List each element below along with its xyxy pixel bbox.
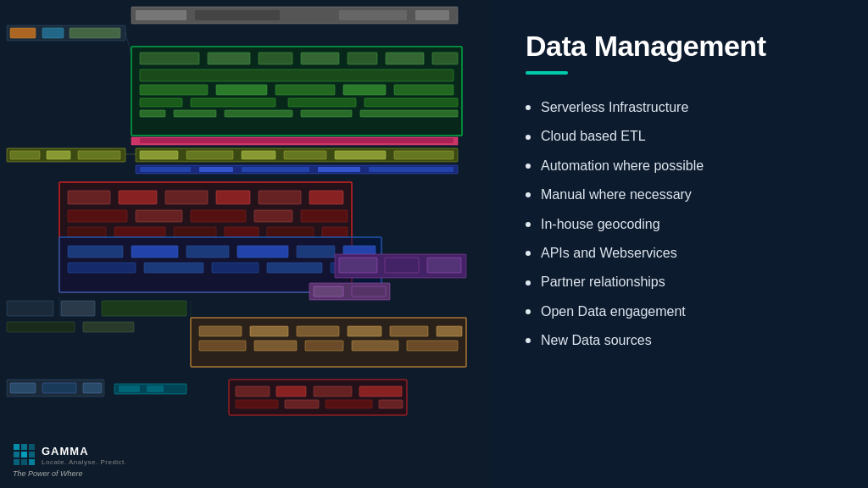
svg-rect-57 bbox=[309, 191, 343, 204]
svg-rect-56 bbox=[259, 191, 301, 204]
bullet-dot-icon bbox=[526, 105, 531, 110]
svg-rect-52 bbox=[68, 191, 110, 204]
svg-rect-55 bbox=[216, 191, 250, 204]
svg-rect-21 bbox=[343, 85, 386, 95]
svg-rect-14 bbox=[348, 53, 377, 64]
svg-rect-83 bbox=[385, 258, 419, 273]
svg-rect-134 bbox=[29, 459, 35, 465]
svg-rect-95 bbox=[250, 326, 288, 336]
svg-rect-120 bbox=[326, 400, 372, 408]
svg-rect-20 bbox=[275, 85, 335, 95]
svg-rect-86 bbox=[314, 286, 343, 297]
svg-rect-121 bbox=[379, 400, 403, 408]
svg-rect-37 bbox=[78, 151, 120, 159]
svg-rect-130 bbox=[29, 444, 35, 450]
logo-tagline: The Power of Where bbox=[13, 469, 127, 478]
svg-rect-43 bbox=[335, 151, 386, 159]
bullet-dot-icon bbox=[526, 309, 531, 314]
svg-rect-92 bbox=[83, 322, 134, 332]
svg-rect-96 bbox=[297, 326, 339, 336]
svg-rect-36 bbox=[47, 151, 70, 159]
svg-rect-19 bbox=[216, 85, 267, 95]
svg-rect-103 bbox=[352, 341, 398, 351]
svg-rect-110 bbox=[119, 385, 140, 392]
svg-rect-93 bbox=[191, 318, 466, 367]
diagram-panel: GAMMA Locate. Analyse. Predict. The Powe… bbox=[0, 0, 492, 488]
svg-rect-108 bbox=[83, 383, 102, 393]
svg-rect-78 bbox=[212, 263, 259, 273]
svg-rect-94 bbox=[199, 326, 242, 336]
svg-rect-18 bbox=[140, 85, 208, 95]
svg-rect-72 bbox=[186, 246, 229, 258]
svg-rect-65 bbox=[174, 227, 216, 237]
svg-rect-127 bbox=[21, 444, 27, 450]
svg-rect-63 bbox=[68, 227, 106, 237]
svg-rect-42 bbox=[284, 151, 326, 159]
svg-rect-66 bbox=[225, 227, 259, 237]
svg-rect-74 bbox=[297, 246, 335, 258]
svg-rect-101 bbox=[254, 341, 297, 351]
svg-rect-70 bbox=[68, 246, 123, 258]
logo-area: GAMMA Locate. Analyse. Predict. The Powe… bbox=[13, 443, 127, 478]
svg-rect-90 bbox=[102, 301, 186, 316]
svg-rect-10 bbox=[140, 53, 199, 64]
svg-rect-50 bbox=[369, 167, 453, 172]
bullet-list: Serverless InfrastructureCloud based ETL… bbox=[526, 93, 834, 356]
svg-rect-29 bbox=[225, 110, 292, 117]
svg-rect-76 bbox=[68, 263, 136, 273]
svg-rect-3 bbox=[339, 10, 407, 20]
svg-rect-129 bbox=[21, 452, 27, 458]
list-item: Open Data engagement bbox=[526, 297, 834, 326]
svg-rect-67 bbox=[267, 227, 314, 237]
list-item-text: Cloud based ETL bbox=[541, 127, 646, 146]
svg-rect-59 bbox=[136, 210, 182, 222]
logo-brand: GAMMA Locate. Analyse. Predict. bbox=[13, 443, 127, 467]
bullet-dot-icon bbox=[526, 222, 531, 227]
svg-rect-107 bbox=[42, 383, 76, 393]
svg-rect-38 bbox=[136, 148, 458, 162]
list-item: Automation where possible bbox=[526, 152, 834, 180]
svg-rect-7 bbox=[42, 28, 64, 38]
svg-rect-49 bbox=[318, 167, 360, 172]
svg-rect-51 bbox=[59, 182, 352, 292]
svg-rect-68 bbox=[322, 227, 348, 237]
svg-rect-118 bbox=[236, 400, 278, 408]
svg-rect-116 bbox=[314, 386, 352, 396]
svg-rect-16 bbox=[432, 53, 458, 64]
svg-rect-41 bbox=[242, 151, 275, 159]
svg-rect-24 bbox=[191, 98, 275, 107]
svg-rect-34 bbox=[7, 148, 125, 162]
list-item-text: Partner relationships bbox=[541, 273, 665, 291]
svg-rect-114 bbox=[236, 386, 270, 396]
svg-rect-99 bbox=[437, 326, 462, 336]
list-item: Cloud based ETL bbox=[526, 122, 834, 151]
svg-rect-126 bbox=[14, 444, 19, 450]
list-item-text: New Data sources bbox=[541, 331, 652, 350]
list-item: Serverless Infrastructure bbox=[526, 93, 834, 122]
svg-rect-54 bbox=[165, 191, 208, 204]
svg-rect-46 bbox=[140, 167, 191, 172]
svg-rect-128 bbox=[14, 452, 19, 458]
svg-rect-40 bbox=[186, 151, 233, 159]
svg-rect-98 bbox=[390, 326, 428, 336]
svg-rect-84 bbox=[427, 258, 461, 273]
svg-rect-64 bbox=[114, 227, 165, 237]
svg-rect-25 bbox=[288, 98, 356, 107]
svg-rect-47 bbox=[199, 167, 233, 172]
svg-rect-5 bbox=[7, 25, 125, 41]
svg-rect-88 bbox=[7, 301, 53, 316]
svg-rect-73 bbox=[237, 246, 288, 258]
svg-rect-9 bbox=[131, 47, 462, 136]
svg-rect-85 bbox=[309, 283, 390, 300]
svg-rect-109 bbox=[114, 384, 186, 394]
svg-rect-100 bbox=[199, 341, 246, 351]
list-item-text: Open Data engagement bbox=[541, 302, 686, 321]
svg-rect-82 bbox=[339, 258, 377, 273]
bullet-dot-icon bbox=[526, 192, 531, 197]
bullet-dot-icon bbox=[526, 338, 531, 343]
svg-rect-133 bbox=[21, 459, 27, 465]
svg-rect-22 bbox=[394, 85, 453, 95]
svg-rect-53 bbox=[119, 191, 157, 204]
svg-rect-2 bbox=[195, 10, 280, 20]
svg-rect-102 bbox=[305, 341, 343, 351]
